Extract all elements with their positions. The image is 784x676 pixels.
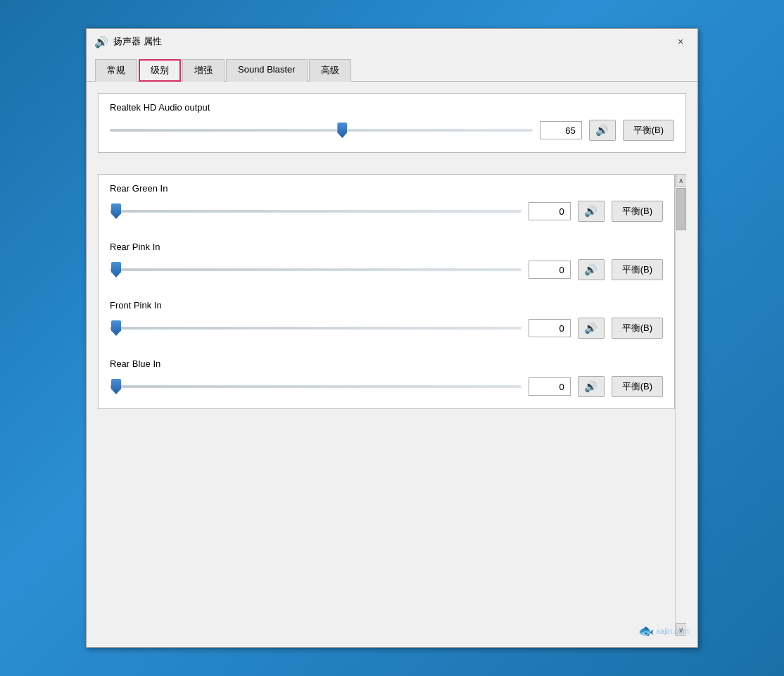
rear-blue-slider-container — [110, 377, 521, 396]
close-button[interactable]: × — [672, 33, 689, 50]
title-bar: 🔊 扬声器 属性 × — [87, 29, 697, 54]
scroll-up-button[interactable]: ∧ — [676, 174, 687, 187]
rear-green-speaker-icon: 🔊 — [584, 205, 598, 218]
watermark: 🐟 xajin.com — [638, 623, 689, 639]
front-pink-value-box: 0 — [529, 319, 571, 337]
front-pink-slider-thumb[interactable] — [111, 320, 121, 336]
rear-pink-title: Rear Pink In — [110, 242, 663, 252]
rear-green-slider-thumb[interactable] — [111, 204, 121, 219]
window-icon: 🔊 — [95, 35, 108, 48]
window-title: 扬声器 属性 — [113, 35, 672, 48]
front-pink-mute-button[interactable]: 🔊 — [578, 318, 605, 339]
rear-blue-value-box: 0 — [529, 377, 571, 396]
realtek-mute-button[interactable]: 🔊 — [589, 120, 616, 141]
rear-green-slider-track — [110, 210, 521, 213]
dialog-window: 🔊 扬声器 属性 × 常规 级别 增强 Sound Blaster 高级 Rea… — [86, 28, 698, 648]
rear-pink-track-fill — [110, 268, 521, 271]
front-pink-title: Front Pink In — [110, 300, 663, 311]
rear-pink-slider-track — [110, 268, 521, 271]
tab-jibie[interactable]: 级别 — [139, 59, 181, 82]
tabs-bar: 常规 级别 增强 Sound Blaster 高级 — [87, 54, 697, 82]
rear-pink-volume-row: 0 🔊 平衡(B) — [110, 259, 663, 280]
realtek-slider-thumb[interactable] — [337, 123, 347, 138]
rear-green-slider-container — [110, 201, 521, 221]
rear-green-balance-button[interactable]: 平衡(B) — [612, 201, 663, 222]
rear-green-track-fill — [110, 210, 521, 213]
divider1 — [98, 153, 686, 174]
rear-pink-slider-container — [110, 260, 521, 280]
rear-blue-balance-button[interactable]: 平衡(B) — [612, 376, 663, 397]
sections-wrapper: Rear Green In 0 — [98, 174, 675, 636]
rear-green-value-box: 0 — [529, 202, 571, 220]
rear-blue-slider-thumb[interactable] — [111, 379, 121, 394]
rear-pink-section: Rear Pink In 0 — [98, 233, 675, 292]
rear-green-volume-row: 0 🔊 平衡(B) — [110, 201, 663, 222]
tab-changgui[interactable]: 常规 — [95, 59, 137, 82]
realtek-volume-row: 65 🔊 平衡(B) — [110, 120, 674, 141]
watermark-fish-icon: 🐟 — [638, 623, 654, 639]
realtek-section: Realtek HD Audio output 65 🔊 平衡(B) — [98, 93, 686, 153]
tab-soundblaster[interactable]: Sound Blaster — [226, 59, 308, 82]
realtek-slider-track — [110, 129, 533, 132]
rear-pink-mute-button[interactable]: 🔊 — [578, 259, 605, 280]
front-pink-speaker-icon: 🔊 — [584, 322, 598, 334]
rear-blue-speaker-icon: 🔊 — [584, 380, 598, 393]
rear-pink-slider-thumb[interactable] — [111, 262, 121, 277]
watermark-text: xajin.com — [657, 627, 689, 635]
realtek-speaker-icon: 🔊 — [595, 124, 609, 137]
rear-pink-speaker-icon: 🔊 — [584, 263, 598, 276]
rear-blue-mute-button[interactable]: 🔊 — [578, 376, 605, 397]
front-pink-section: Front Pink In 0 — [98, 292, 675, 350]
rear-blue-section: Rear Blue In 0 — [98, 350, 675, 409]
rear-blue-track-fill — [110, 385, 521, 388]
rear-blue-title: Rear Blue In — [110, 358, 663, 369]
scrollbar-thumb[interactable] — [676, 188, 686, 230]
realtek-title: Realtek HD Audio output — [110, 102, 674, 113]
scroll-layout: Rear Green In 0 — [98, 174, 686, 636]
rear-blue-volume-row: 0 🔊 平衡(B) — [110, 376, 663, 397]
realtek-slider-container — [110, 120, 533, 140]
realtek-balance-button[interactable]: 平衡(B) — [623, 120, 674, 141]
front-pink-track-fill — [110, 327, 521, 330]
scrollable-sections: Rear Green In 0 — [98, 174, 686, 636]
front-pink-slider-track — [110, 327, 521, 330]
scrollbar: ∧ ∨ — [675, 174, 686, 636]
rear-green-title: Rear Green In — [110, 183, 663, 194]
tab-zenqiang[interactable]: 增强 — [182, 59, 225, 82]
rear-green-mute-button[interactable]: 🔊 — [578, 201, 605, 222]
tab-gaoji[interactable]: 高级 — [309, 59, 351, 82]
rear-green-section: Rear Green In 0 — [98, 174, 675, 233]
front-pink-volume-row: 0 🔊 平衡(B) — [110, 318, 663, 339]
rear-blue-slider-track — [110, 385, 521, 388]
front-pink-balance-button[interactable]: 平衡(B) — [612, 318, 663, 339]
content-area: Realtek HD Audio output 65 🔊 平衡(B) — [87, 82, 697, 647]
scroll-up-icon: ∧ — [678, 177, 683, 184]
rear-pink-value-box: 0 — [529, 261, 571, 279]
realtek-track-fill — [110, 129, 533, 132]
rear-pink-balance-button[interactable]: 平衡(B) — [612, 259, 663, 280]
front-pink-slider-container — [110, 318, 521, 338]
realtek-value-box: 65 — [540, 121, 582, 139]
